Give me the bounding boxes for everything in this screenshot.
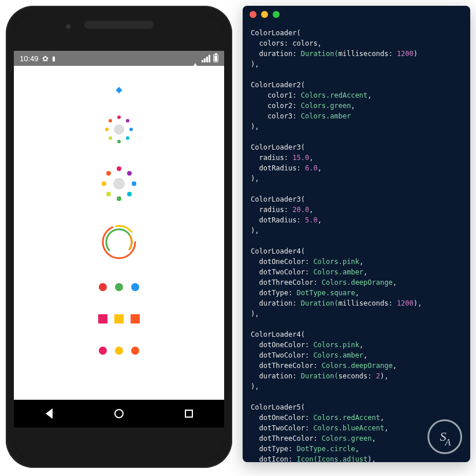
code-terminal: ColorLoader( colors: colors, duration: D… (243, 6, 470, 462)
maximize-icon[interactable] (273, 11, 280, 18)
phone-frame: 10:49 ✿ ▮ (6, 6, 232, 468)
sd-card-icon: ▮ (52, 55, 55, 62)
status-time: 10:49 (20, 54, 39, 63)
window-titlebar (243, 6, 470, 23)
app-screen (14, 66, 224, 400)
phone-top-bezel (14, 14, 224, 51)
android-nav-bar (14, 400, 224, 427)
phone-screen-area: 10:49 ✿ ▮ (14, 14, 224, 460)
color-loader-4-circles (99, 283, 139, 291)
gear-icon: ✿ (42, 54, 49, 63)
phone-bottom-bezel (14, 427, 224, 460)
wifi-icon (192, 54, 199, 63)
phone-speaker (84, 21, 154, 29)
code-content: ColorLoader( colors: colors, duration: D… (243, 23, 470, 462)
nav-recent-button[interactable] (184, 408, 194, 419)
close-icon[interactable] (250, 11, 256, 18)
phone-sensor (66, 24, 70, 29)
status-bar: 10:49 ✿ ▮ (14, 51, 224, 66)
signal-icon (202, 55, 210, 62)
color-loader-2 (105, 116, 133, 143)
nav-back-button[interactable] (44, 408, 54, 419)
watermark-logo: SA (427, 419, 462, 454)
color-loader-5 (99, 347, 139, 355)
color-loader-1 (116, 87, 122, 93)
color-loader-arc (101, 224, 137, 260)
minimize-icon[interactable] (261, 11, 268, 18)
color-loader-3 (102, 166, 136, 201)
battery-icon (213, 54, 218, 62)
color-loader-4-squares (98, 314, 140, 323)
nav-home-button[interactable] (114, 408, 124, 419)
